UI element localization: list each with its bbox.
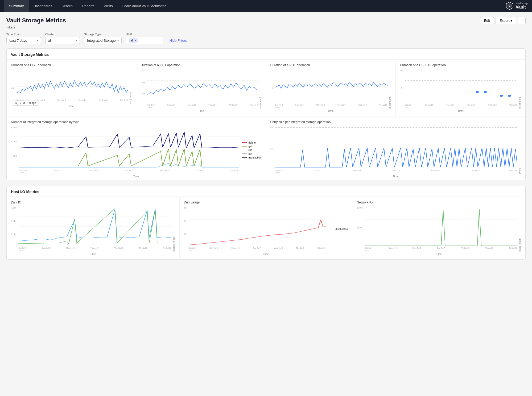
list-operation-chart: Duration of a LIST operation 10.5 Sat Ju… — [7, 60, 136, 116]
svg-point-9 — [476, 91, 479, 93]
nav-item-summary[interactable]: Summary — [4, 0, 29, 12]
storage-type-select[interactable]: Integrated Storage ▾ — [84, 37, 122, 44]
get-y-label: ms (mean) — [259, 69, 262, 109]
network-io-svg — [365, 206, 517, 246]
tag-remove-icon[interactable]: × — [135, 39, 136, 42]
storage-ops-x-label: Time — [11, 175, 262, 178]
put-chart-title: Duration of a PUT operation — [270, 63, 391, 67]
zoom-icon[interactable]: 🔍 — [14, 102, 18, 105]
svg-text:V: V — [509, 5, 511, 7]
vault-storage-section-title: Vault Storage Metrics — [7, 49, 525, 60]
network-io-title: Network IO — [357, 201, 521, 204]
svg-point-10 — [484, 91, 487, 93]
legend-delete: delete — [242, 141, 262, 144]
nav-item-learn[interactable]: Learn about Vault Monitoring — [118, 0, 171, 12]
disk-io-chart: Disk IO 7.5M5.0M2.5M — [7, 197, 180, 259]
legend-transaction: transaction — [242, 156, 262, 159]
host-input[interactable]: all × — [126, 37, 163, 44]
get-chart-title: Duration of a GET operation — [141, 63, 261, 67]
chevron-down-icon: ▾ — [37, 39, 38, 42]
cluster-filter: Cluster all ▾ — [45, 33, 80, 44]
list-chart-area: Sat Jul 42020Sun Jul 5Mon Jul 6Tue Jul 7… — [17, 69, 128, 104]
disk-io-x-label: Time — [11, 253, 175, 256]
delete-operation-chart: Duration of a DELETE operation 105 — [396, 60, 525, 116]
legend-put: put — [242, 152, 262, 155]
tooltip-time: 1m ago — [27, 102, 36, 105]
network-io-y-label: bytes (mean) — [518, 206, 521, 252]
time-span-select[interactable]: Last 7 days ▾ — [6, 37, 41, 44]
disk-usage-svg — [189, 206, 326, 246]
host-tag: all × — [129, 38, 138, 43]
entry-size-title: Entry size per integrated storage operat… — [270, 120, 521, 124]
disk-io-area: Sat Jul 42020Sun Jul 5Mon Jul 6Tue Jul 7… — [18, 206, 171, 252]
delete-x-label: Time — [400, 110, 521, 112]
page-header: Vault Storage Metrics Filters Edit Expor… — [6, 17, 526, 31]
refresh-icon[interactable]: ↺ — [23, 102, 25, 105]
nav-item-dashboards[interactable]: Dashboards — [29, 0, 57, 12]
legend-get: get — [242, 145, 262, 148]
nav-items: Summary Dashboards Search Reports Alerts… — [4, 0, 505, 12]
delete-chart-svg — [405, 69, 517, 104]
delete-y-label: ms (mean) — [518, 69, 521, 109]
brand-name: HashiCorp — [515, 2, 528, 5]
get-operation-chart: Duration of a GET operation 0.750.50.25 … — [136, 60, 266, 116]
storage-ops-title: Number of integrated storage operations … — [11, 120, 262, 124]
filters-label: Filters — [6, 26, 66, 29]
list-chart-title: Duration of a LIST operation — [11, 63, 132, 67]
network-io-area: Sat Jul 42020Sun Jul 5Mon Jul 6Tue Jul 7… — [365, 206, 517, 252]
get-chart-svg — [147, 69, 258, 104]
top-charts-grid: Duration of a LIST operation 10.5 Sat Ju… — [7, 60, 525, 116]
entry-size-chart: Entry size per integrated storage operat… — [266, 116, 526, 180]
more-button[interactable]: ··· — [518, 17, 526, 24]
chart-tooltip: 🔍 ℹ ↺ 1m ago — [12, 101, 38, 106]
storage-ops-area: Sat Jul 42020Sun Jul 5Mon Jul 6Tue Jul 7… — [19, 126, 239, 174]
info-icon[interactable]: ℹ — [20, 102, 21, 105]
time-span-filter: Time Span Last 7 days ▾ — [6, 33, 41, 44]
legend-list: list — [242, 149, 262, 152]
svg-point-12 — [508, 95, 511, 97]
top-navigation: Summary Dashboards Search Reports Alerts… — [0, 0, 532, 12]
svg-point-11 — [500, 95, 503, 97]
edit-button[interactable]: Edit — [480, 17, 494, 24]
disk-io-y-label: bytes/s (mean) — [172, 206, 175, 252]
nav-item-reports[interactable]: Reports — [77, 0, 99, 12]
get-chart-area: Sat Jul 42020Sun Jul 5Mon Jul 6Tue Jul 7… — [147, 69, 258, 109]
filters-row: Time Span Last 7 days ▾ Cluster all ▾ St… — [6, 32, 526, 44]
vault-storage-section: Vault Storage Metrics Duration of a LIST… — [6, 48, 526, 180]
nav-item-alerts[interactable]: Alerts — [99, 0, 117, 12]
hide-filters-button[interactable]: Hide Filters — [170, 39, 187, 44]
disk-usage-x-label: Time — [184, 253, 348, 256]
entry-size-area: Sat Jul 42020Sun Jul 5Mon Jul 6Tue Jul 7… — [275, 126, 517, 174]
delete-chart-area: Sat Jul 42020Sun Jul 5Mon Jul 6Tue Jul 7… — [405, 69, 517, 109]
network-io-chart: Network IO 200M100M Sat Jul 42020 — [352, 197, 525, 259]
list-y-label: ms (mean) — [129, 69, 132, 104]
storage-type-label: Storage Type — [84, 33, 122, 36]
legend-ubuntu: ubuntu/sds1 — [328, 228, 348, 230]
chevron-down-icon: ▾ — [76, 39, 77, 42]
put-chart-svg — [275, 69, 387, 104]
nav-item-search[interactable]: Search — [57, 0, 77, 12]
entry-size-x-label: Time — [270, 175, 521, 178]
entry-size-y-label: bytes — [518, 126, 521, 174]
host-io-section-title: Host I/O Metrics — [7, 186, 525, 197]
disk-io-svg — [18, 206, 171, 246]
cluster-select[interactable]: all ▾ — [45, 37, 80, 44]
network-io-x-label: Time — [357, 253, 521, 256]
page-title: Vault Storage Metrics — [6, 17, 66, 24]
host-io-section: Host I/O Metrics Disk IO 7.5M5.0M2.5M — [6, 186, 526, 260]
storage-ops-svg — [19, 126, 239, 169]
storage-ops-chart: Number of integrated storage operations … — [7, 116, 266, 180]
product-name: Vault — [515, 5, 528, 10]
host-filter: Host all × — [126, 32, 163, 44]
export-button[interactable]: Export ▾ — [496, 17, 516, 24]
cluster-label: Cluster — [45, 33, 80, 36]
chevron-down-icon: ▾ — [117, 39, 119, 42]
vault-logo-icon: V — [505, 2, 514, 10]
host-io-charts-grid: Disk IO 7.5M5.0M2.5M — [7, 197, 525, 259]
page-title-area: Vault Storage Metrics Filters — [6, 17, 66, 31]
main-content: Vault Storage Metrics Filters Edit Expor… — [0, 12, 532, 270]
delete-chart-title: Duration of a DELETE operation — [400, 63, 521, 67]
disk-usage-chart: Disk usage 302928 Sat Jul 42020Su — [180, 197, 353, 259]
disk-io-title: Disk IO — [11, 201, 175, 204]
put-x-label: Time — [270, 110, 391, 112]
